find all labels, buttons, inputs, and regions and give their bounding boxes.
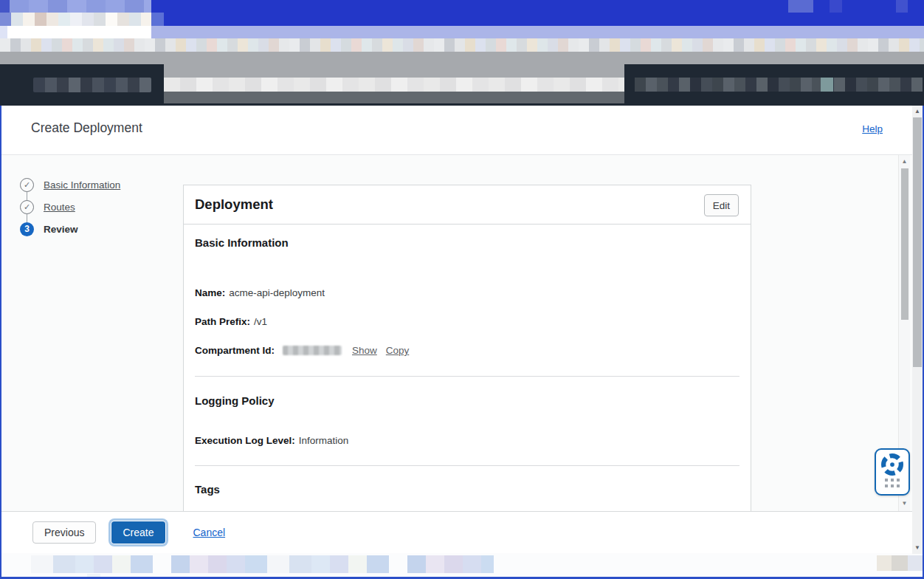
page-background-blurred [1, 553, 923, 577]
review-panel-body: Basic Information Name:acme-api-deployme… [184, 225, 751, 507]
wizard-steps: ✓ Basic Information ✓ Routes 3 Review [20, 177, 175, 244]
step-label[interactable]: Routes [44, 202, 75, 213]
blur-block-row [31, 555, 494, 573]
blur-strip [164, 92, 624, 103]
browser-titlebar-blurred [0, 0, 924, 13]
browser-tab-blurred [10, 0, 151, 13]
section-heading-basic-information: Basic Information [195, 236, 739, 249]
lifebuoy-icon [881, 453, 903, 476]
dialog-footer: Previous Create Cancel [1, 511, 912, 553]
dialog-header: Create Deployment Help [1, 106, 912, 155]
dialog-scrollbar-thumb[interactable] [901, 168, 909, 320]
field-value: acme-api-deployment [229, 287, 325, 298]
show-link[interactable]: Show [352, 345, 377, 356]
scroll-up-arrow-icon[interactable]: ▲ [899, 157, 910, 166]
console-header-icons-blurred [635, 78, 923, 92]
browser-addressbar-blurred [0, 38, 924, 52]
section-divider [195, 465, 739, 466]
browser-scrollbar[interactable]: ▲ ▼ [912, 106, 923, 554]
section-divider [195, 376, 739, 377]
blur-strip [164, 64, 624, 78]
page-title: Create Deployment [31, 120, 142, 136]
blur-block-row [877, 555, 923, 571]
blur-block [0, 0, 10, 13]
checkmark-icon: ✓ [24, 202, 30, 212]
section-heading-logging-policy: Logging Policy [195, 394, 739, 407]
drag-handle-dots-icon[interactable] [885, 479, 900, 487]
step-number: 3 [24, 224, 30, 234]
field-compartment-id: Compartment Id:ShowCopy [195, 345, 739, 356]
checkmark-icon: ✓ [24, 180, 30, 190]
field-label: Compartment Id: [195, 345, 275, 356]
help-link[interactable]: Help [862, 123, 883, 134]
screen: Create Deployment Help ✓ Basic Informati… [0, 0, 924, 579]
blur-block [821, 78, 833, 92]
floating-help-button[interactable] [875, 448, 910, 496]
scroll-down-arrow-icon[interactable]: ▼ [912, 544, 923, 552]
step-active-circle: 3 [20, 222, 34, 236]
panel-title: Deployment [195, 196, 273, 213]
blur-block [830, 0, 842, 13]
field-value: Information [299, 435, 349, 446]
browser-scrollbar-thumb[interactable] [913, 117, 922, 367]
scroll-down-arrow-icon[interactable]: ▼ [899, 499, 910, 508]
review-panel-header: Deployment Edit [184, 185, 751, 225]
create-button[interactable]: Create [111, 521, 165, 544]
cancel-link[interactable]: Cancel [193, 527, 226, 538]
blur-block [896, 0, 908, 13]
scroll-up-arrow-icon[interactable]: ▲ [912, 107, 923, 116]
blur-block [0, 26, 151, 38]
blur-block [0, 26, 7, 38]
console-header [0, 64, 924, 106]
step-completed-circle: ✓ [20, 178, 34, 192]
console-logo-blurred [33, 78, 151, 92]
field-path-prefix: Path Prefix:/v1 [195, 316, 739, 327]
browser-tab-content-blurred [11, 13, 151, 26]
browser-tabstrip-blurred [0, 13, 924, 26]
wizard-step-basic-information[interactable]: ✓ Basic Information [20, 177, 175, 192]
browser-toolbar-blurred [0, 26, 924, 38]
blur-block [788, 0, 813, 13]
wizard-step-routes[interactable]: ✓ Routes [20, 199, 175, 214]
edit-button[interactable]: Edit [704, 194, 739, 216]
page-header-strip-blurred [0, 52, 924, 64]
wizard-step-review: 3 Review [20, 222, 175, 236]
dialog-outline-left [0, 106, 1, 579]
review-panel: Deployment Edit Basic Information Name:a… [183, 185, 751, 511]
compartment-id-redacted-value [283, 346, 342, 355]
field-execution-log-level: Execution Log Level:Information [195, 435, 739, 446]
field-label: Execution Log Level: [195, 435, 295, 446]
step-label[interactable]: Basic Information [44, 179, 120, 191]
step-completed-circle: ✓ [20, 200, 34, 214]
copy-link[interactable]: Copy [386, 345, 410, 356]
step-label: Review [44, 224, 78, 235]
field-label: Name: [195, 287, 225, 298]
blur-block [151, 13, 164, 26]
field-value: /v1 [254, 316, 267, 327]
section-heading-tags: Tags [195, 483, 739, 496]
previous-button[interactable]: Previous [32, 521, 96, 544]
blur-block [0, 13, 11, 26]
field-name: Name:acme-api-deployment [195, 287, 739, 298]
blur-strip [164, 78, 624, 92]
field-label: Path Prefix: [195, 316, 250, 327]
